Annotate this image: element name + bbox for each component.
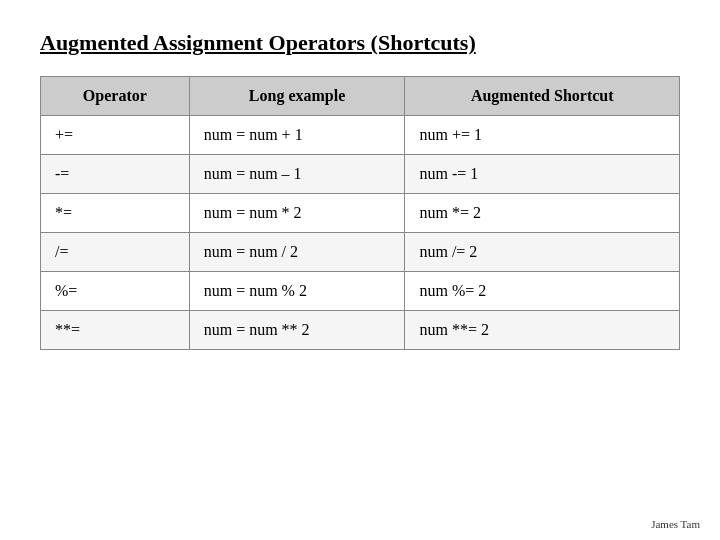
cell-operator: /= [41,233,190,272]
footer-text: James Tam [651,518,700,530]
operators-table: Operator Long example Augmented Shortcut… [40,76,680,350]
cell-shortcut: num *= 2 [405,194,680,233]
cell-operator: -= [41,155,190,194]
cell-operator: **= [41,311,190,350]
table-row: /=num = num / 2num /= 2 [41,233,680,272]
page-title: Augmented Assignment Operators (Shortcut… [40,30,476,56]
cell-long-example: num = num * 2 [189,194,405,233]
cell-long-example: num = num % 2 [189,272,405,311]
cell-long-example: num = num + 1 [189,116,405,155]
col-header-long-example: Long example [189,77,405,116]
cell-shortcut: num **= 2 [405,311,680,350]
cell-shortcut: num -= 1 [405,155,680,194]
cell-long-example: num = num / 2 [189,233,405,272]
table-row: +=num = num + 1num += 1 [41,116,680,155]
cell-shortcut: num %= 2 [405,272,680,311]
cell-operator: += [41,116,190,155]
table-row: -=num = num – 1num -= 1 [41,155,680,194]
cell-operator: %= [41,272,190,311]
table-row: *=num = num * 2num *= 2 [41,194,680,233]
cell-shortcut: num += 1 [405,116,680,155]
col-header-shortcut: Augmented Shortcut [405,77,680,116]
table-row: %=num = num % 2num %= 2 [41,272,680,311]
cell-operator: *= [41,194,190,233]
cell-shortcut: num /= 2 [405,233,680,272]
cell-long-example: num = num ** 2 [189,311,405,350]
table-row: **=num = num ** 2num **= 2 [41,311,680,350]
cell-long-example: num = num – 1 [189,155,405,194]
col-header-operator: Operator [41,77,190,116]
table-header-row: Operator Long example Augmented Shortcut [41,77,680,116]
